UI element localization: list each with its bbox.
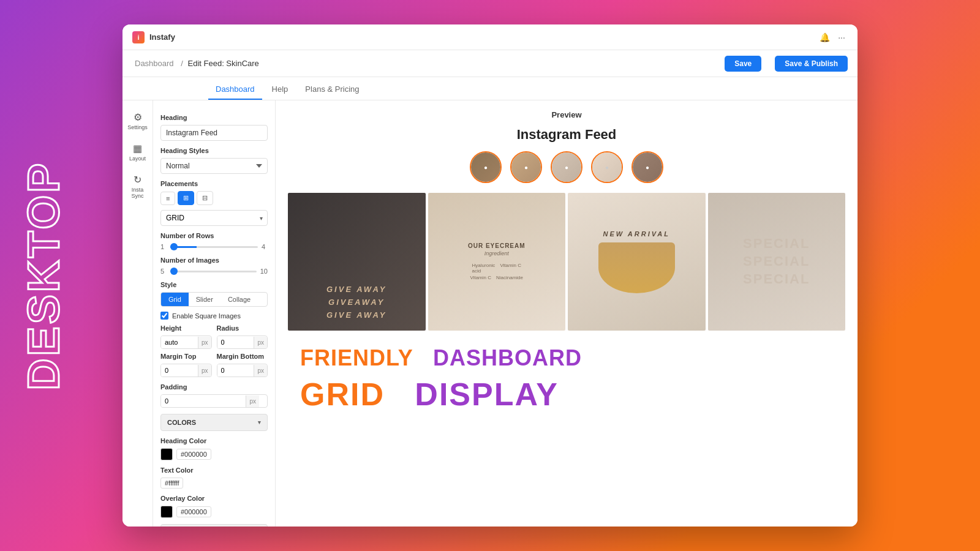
notification-icon[interactable]: 🔔 [818,31,831,43]
word-display: DISPLAY [415,377,559,412]
margin-row: Margin Top px Margin Bottom px [160,353,268,377]
ingredient-1: Hyaluronicacid [472,263,496,274]
sidebar-item-layout[interactable]: ▦ Layout [125,139,151,165]
sidebar-icons: ⚙ Settings ▦ Layout ↻ Insta Sync [123,100,153,527]
ingredient-3: Vitamin C [470,275,491,280]
preview-area: Preview Instagram Feed ● ● ● ● ● [276,100,858,527]
padding-input[interactable] [161,395,246,407]
eyecream-image: OUR EYECREAM Ingredient Hyaluronicacid V… [428,193,566,331]
height-title: Height [160,324,212,332]
word-friendly: FRIENDLY [300,345,413,370]
tab-bar: Dashboard Help Plans & Pricing [123,77,858,100]
special-image: SPECIALSPECIALSPECIAL [708,193,846,331]
padding-title: Padding [160,383,268,391]
overlay-color-title: Overlay Color [160,495,268,502]
images-min: 5 [160,268,167,275]
grid-type-wrap: GRID [160,210,268,226]
heading-color-title: Heading Color [160,437,268,444]
height-col: Height px [160,324,212,349]
placements-row: ≡ ⊞ ⊟ [160,191,268,205]
title-bar: i Instafy 🔔 ··· [123,24,858,50]
style-grid-btn[interactable]: Grid [161,293,189,306]
heading-styles-select[interactable]: Normal [160,158,268,174]
app-name: Instafy [149,32,175,42]
word-grid: GRID [300,377,385,412]
breadcrumb-current: Edit Feed: SkinCare [187,59,258,68]
radius-input-wrap: px [217,335,268,349]
settings-label: Settings [127,124,148,130]
breadcrumb-separator: / [181,59,183,68]
overlay-color-swatch[interactable] [160,506,173,518]
tab-help[interactable]: Help [265,81,296,100]
style-toggle: Grid Slider Collage [160,292,268,307]
placement-grid-btn[interactable]: ⊞ [178,191,194,205]
radius-input[interactable] [217,336,254,348]
heading-color-swatch[interactable] [160,448,173,460]
heading-input[interactable] [160,125,268,141]
rows-slider[interactable] [170,246,258,248]
story-5[interactable]: ● [631,151,663,183]
style-collage-btn[interactable]: Collage [221,293,258,306]
placements-title: Placements [160,180,268,187]
height-radius-row: Height px Radius px [160,324,268,349]
rows-max: 4 [262,243,268,250]
settings-icon: ⚙ [134,111,142,123]
style-slider-btn[interactable]: Slider [189,293,221,306]
story-1[interactable]: ● [470,151,502,183]
margin-top-unit: px [198,365,211,377]
padding-unit: px [246,395,259,407]
colors-section-btn[interactable]: COLORS ▾ [160,414,268,431]
sidebar-item-settings[interactable]: ⚙ Settings [125,108,151,134]
eyecream-sub: Ingredient [484,250,509,257]
images-title: Number of Images [160,257,268,264]
giveaway-text: GIVE AWAYGIVEAWAYGIVE AWAY [326,283,387,321]
grid-cell-4: SPECIALSPECIALSPECIAL [708,193,846,331]
stories-section-btn[interactable]: STORIES ▾ [160,524,268,527]
height-input-wrap: px [160,335,212,349]
grid-cell-3: NEW ARRIVAL [568,193,706,331]
rows-slider-row: 1 4 [160,243,268,250]
margin-bottom-input[interactable] [217,364,254,377]
margin-bottom-col: Margin Bottom px [217,353,268,377]
save-publish-button[interactable]: Save & Publish [775,56,848,72]
main-content: ⚙ Settings ▦ Layout ↻ Insta Sync Heading… [123,100,858,527]
story-4[interactable]: ● [591,151,623,183]
more-icon[interactable]: ··· [835,31,848,43]
app-logo: i [132,31,145,43]
tab-dashboard[interactable]: Dashboard [208,81,262,100]
breadcrumb: Dashboard / Edit Feed: SkinCare [132,59,259,68]
margin-top-title: Margin Top [160,353,212,360]
layout-label: Layout [129,156,146,162]
placement-list-btn[interactable]: ≡ [160,192,175,205]
text-color-value: #ffffff [160,478,183,489]
enable-square-row: Enable Square Images [160,312,268,320]
breadcrumb-root[interactable]: Dashboard [135,59,174,68]
ingredient-2: Vitamin C [500,263,521,274]
story-2[interactable]: ● [510,151,542,183]
story-3[interactable]: ● [551,151,582,183]
enable-square-checkbox[interactable] [160,312,168,320]
ingredient-4: Niacinamide [496,275,523,280]
arrival-image: NEW ARRIVAL [568,193,706,331]
images-max: 10 [260,268,268,275]
colors-section-label: COLORS [167,419,196,426]
height-input[interactable] [161,336,198,348]
sidebar-item-sync[interactable]: ↻ Insta Sync [125,170,151,203]
heading-color-value: #000000 [176,449,211,460]
placement-scroll-btn[interactable]: ⊟ [197,191,213,205]
promo-line1: FRIENDLY DASHBOARD [300,345,833,371]
margin-top-col: Margin Top px [160,353,212,377]
left-panel: Heading Heading Styles Normal Placements… [153,100,276,527]
images-slider[interactable] [170,271,257,272]
grid-type-select[interactable]: GRID [160,210,268,226]
preview-title: Preview [288,110,845,119]
save-button[interactable]: Save [725,56,761,72]
margin-top-input[interactable] [161,364,198,377]
tab-plans[interactable]: Plans & Pricing [298,81,366,100]
grid-cell-2: OUR EYECREAM Ingredient Hyaluronicacid V… [428,193,566,331]
desktop-label: DESKTOP [18,161,69,391]
text-color-row: #ffffff [160,478,268,489]
special-text: SPECIALSPECIALSPECIAL [743,235,810,288]
margin-bottom-wrap: px [217,364,268,377]
text-color-title: Text Color [160,467,268,474]
